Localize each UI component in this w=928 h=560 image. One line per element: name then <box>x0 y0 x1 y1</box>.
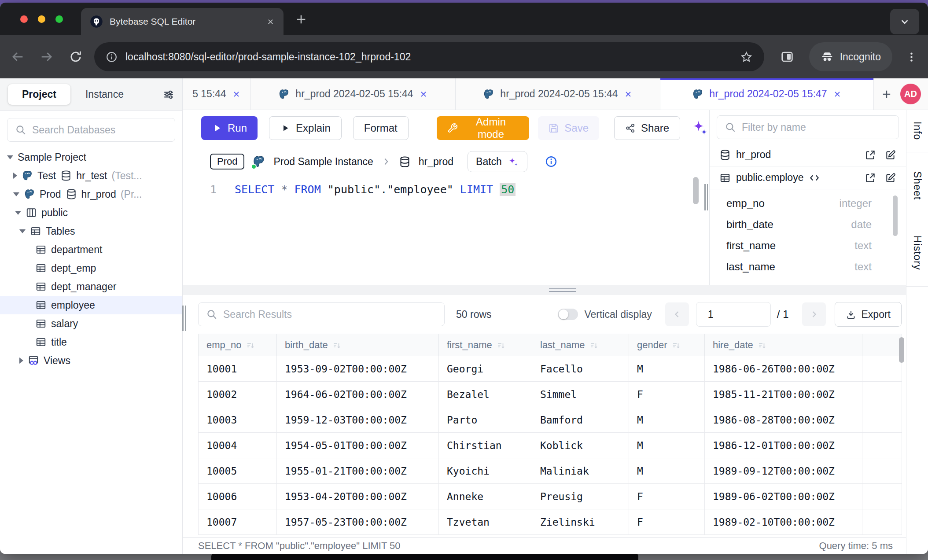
column-header[interactable]: emp_no <box>199 334 277 356</box>
chevron-down-icon[interactable] <box>13 192 19 196</box>
column-header[interactable]: hire_date <box>705 334 862 356</box>
next-page-button[interactable] <box>802 302 826 326</box>
editor-tab-1[interactable]: 5 15:44 <box>183 78 251 110</box>
search-results-input[interactable] <box>198 302 445 326</box>
editor-tab-active[interactable]: hr_prod 2024-02-05 15:47 <box>660 78 874 110</box>
explain-button[interactable]: Explain <box>269 116 342 140</box>
rail-tab-history[interactable]: History <box>906 219 928 287</box>
format-button[interactable]: Format <box>353 116 409 140</box>
url-bar[interactable]: localhost:8080/sql-editor/prod-sample-in… <box>94 42 764 71</box>
code-icon[interactable] <box>809 172 820 184</box>
filter-settings-icon[interactable] <box>163 89 174 100</box>
sort-icon[interactable] <box>758 341 766 350</box>
sort-icon[interactable] <box>589 341 598 350</box>
page-number-input[interactable] <box>696 302 771 327</box>
ai-assistant-icon[interactable] <box>691 118 709 138</box>
external-link-icon[interactable] <box>865 172 876 184</box>
prev-page-button[interactable] <box>665 302 689 326</box>
tree-item-table-department[interactable]: department <box>0 240 182 259</box>
sort-icon[interactable] <box>332 341 341 350</box>
sidebar-resize-handle[interactable] <box>182 306 186 331</box>
horizontal-resize-divider[interactable] <box>183 285 906 295</box>
browser-menu-button[interactable] <box>906 51 917 63</box>
tree-item-table-dept-manager[interactable]: dept_manager <box>0 277 182 296</box>
chevron-down-icon[interactable] <box>15 211 21 215</box>
cell-emp-no: 10003 <box>199 407 277 433</box>
tree-item-table-title[interactable]: title <box>0 333 182 351</box>
tree-item-tables[interactable]: Tables <box>0 222 182 240</box>
tab-close-icon[interactable] <box>232 90 241 99</box>
rail-tab-info[interactable]: Info <box>906 110 928 152</box>
tree-item-table-salary[interactable]: salary <box>0 314 182 333</box>
sort-icon[interactable] <box>497 341 505 350</box>
browser-tab-close-icon[interactable] <box>266 18 275 26</box>
export-button[interactable]: Export <box>835 302 902 327</box>
column-header[interactable]: gender <box>629 334 705 356</box>
column-header[interactable]: birth_date <box>277 334 439 356</box>
back-button[interactable] <box>11 50 25 64</box>
sql-editor[interactable]: 1 SELECT * FROM "public"."employee" LIMI… <box>183 177 709 285</box>
tab-close-icon[interactable] <box>833 90 842 99</box>
tree-item-schema-public[interactable]: public <box>0 203 182 222</box>
search-databases-input[interactable] <box>7 118 175 142</box>
editor-tab-3[interactable]: hr_prod 2024-02-05 15:44 <box>456 78 660 110</box>
column-header[interactable]: first_name <box>439 334 532 356</box>
share-button[interactable]: Share <box>614 116 680 140</box>
side-panel-icon[interactable] <box>780 50 794 64</box>
panel-table-row: public.employe <box>710 166 906 189</box>
tree-item-table-dept-emp[interactable]: dept_emp <box>0 259 182 277</box>
info-icon[interactable] <box>545 155 557 168</box>
filter-by-name-input[interactable] <box>717 115 899 139</box>
database-name[interactable]: hr_prod <box>419 156 453 168</box>
chevron-down-icon[interactable] <box>19 229 26 233</box>
tree-item-project[interactable]: Sample Project <box>0 148 182 166</box>
new-tab-button[interactable] <box>294 12 308 26</box>
instance-name[interactable]: Prod Sample Instance <box>273 156 373 168</box>
cell-empty <box>862 458 902 484</box>
column-header[interactable]: last_name <box>532 334 629 356</box>
add-tab-button[interactable] <box>874 78 899 110</box>
editor-scrollbar[interactable] <box>693 177 699 204</box>
avatar[interactable]: AD <box>900 84 921 104</box>
save-button[interactable]: Save <box>538 116 599 140</box>
browser-tab[interactable]: Bytebase SQL Editor <box>81 8 284 35</box>
divider-handle-icon[interactable] <box>549 288 576 294</box>
reload-button[interactable] <box>69 50 83 64</box>
minimize-window-button[interactable] <box>38 15 45 23</box>
table-icon <box>30 225 41 237</box>
panel-resize-handle[interactable] <box>704 184 708 210</box>
editor-tab-2[interactable]: hr_prod 2024-02-05 15:44 <box>251 78 456 110</box>
tree-item-table-employee[interactable]: employee <box>0 296 182 314</box>
results-scrollbar[interactable] <box>899 337 904 363</box>
tree-item-database-prod[interactable]: Prod hr_prod (Pr... <box>0 185 182 203</box>
results-toolbar: 50 rows Vertical display / 1 <box>183 295 906 334</box>
vertical-display-toggle[interactable] <box>558 309 578 320</box>
edit-icon[interactable] <box>885 172 896 184</box>
zoom-window-button[interactable] <box>55 15 63 23</box>
tree-item-views[interactable]: Views <box>0 351 182 370</box>
run-button[interactable]: Run <box>201 116 258 140</box>
macos-dock[interactable] <box>211 553 638 560</box>
rail-tab-sheet[interactable]: Sheet <box>906 152 928 219</box>
tab-close-icon[interactable] <box>419 90 428 99</box>
postgres-icon <box>278 88 290 100</box>
external-link-icon[interactable] <box>865 149 876 161</box>
tree-item-database-test[interactable]: Test hr_test (Test... <box>0 166 182 185</box>
tab-search-button[interactable] <box>890 9 919 34</box>
close-window-button[interactable] <box>20 15 28 23</box>
bookmark-star-icon[interactable] <box>740 51 753 63</box>
site-info-icon[interactable] <box>106 51 118 63</box>
chevron-right-icon[interactable] <box>19 357 23 364</box>
admin-mode-button[interactable]: Admin mode <box>437 116 530 140</box>
tab-close-icon[interactable] <box>624 90 633 99</box>
edit-icon[interactable] <box>885 149 896 161</box>
forward-button[interactable] <box>40 50 54 64</box>
chevron-right-icon[interactable] <box>13 173 17 179</box>
chevron-down-icon[interactable] <box>7 155 13 159</box>
sort-icon[interactable] <box>246 341 255 350</box>
tab-project[interactable]: Project <box>8 84 70 105</box>
sort-icon[interactable] <box>672 341 681 350</box>
tab-instance[interactable]: Instance <box>74 84 135 105</box>
batch-button[interactable]: Batch <box>468 151 527 172</box>
panel-scrollbar[interactable] <box>893 195 898 236</box>
